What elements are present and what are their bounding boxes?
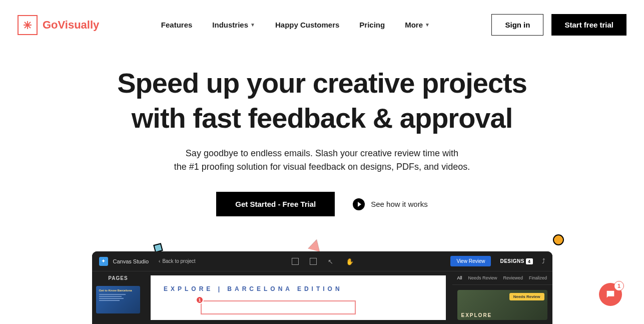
designs-panel: All Needs Review Reviewed Finalized Need… [452,271,552,324]
canvas-heading: EXPLORE | BARCELONA EDITION [164,285,433,292]
nav-industries[interactable]: Industries▼ [212,21,255,29]
app-topbar-left: ✦ Canvas Studio ‹Back to project [99,257,196,266]
canvas[interactable]: EXPLORE | BARCELONA EDITION 1 [151,275,446,320]
signin-button[interactable]: Sign in [491,14,543,36]
decor-triangle [308,238,323,251]
filter-needs-review[interactable]: Needs Review [468,275,497,280]
comment-tool-icon[interactable] [292,258,299,265]
chat-badge: 1 [614,281,624,291]
app-body: PAGES Get to Know Barcelona EXPLORE | BA… [92,271,552,324]
toolbar: ↖ ✋ [292,258,353,265]
hand-tool-icon[interactable]: ✋ [346,258,353,265]
chevron-down-icon: ▼ [250,22,255,28]
chat-icon [605,289,616,300]
app-topbar-right: View Review DESIGNS4 ⤴ [450,256,545,266]
canvas-area: EXPLORE | BARCELONA EDITION 1 [145,271,452,324]
app-title: Canvas Studio [113,258,149,264]
nav-customers[interactable]: Happy Customers [275,21,339,29]
filter-reviewed[interactable]: Reviewed [503,275,523,280]
app-topbar: ✦ Canvas Studio ‹Back to project ↖ ✋ Vie… [92,251,552,271]
status-badge: Needs Review [509,293,544,300]
crop-tool-icon[interactable] [310,258,317,265]
comment-region[interactable] [201,300,356,314]
design-card[interactable]: Needs Review EXPLORE [457,290,547,320]
nav-features[interactable]: Features [161,21,193,29]
filter-tabs: All Needs Review Reviewed Finalized [452,271,552,285]
app-logo-icon: ✦ [99,257,108,266]
app-preview: ✦ Canvas Studio ‹Back to project ↖ ✋ Vie… [92,251,552,324]
hero-section: Speed up your creative projects with fas… [0,66,644,216]
chevron-left-icon: ‹ [159,258,160,264]
see-how-link[interactable]: See how it works [353,198,427,210]
chevron-down-icon: ▼ [425,22,430,28]
nav-pricing[interactable]: Pricing [359,21,385,29]
hero-cta-row: Get Started - Free Trial See how it work… [0,192,644,216]
pages-sidebar: PAGES Get to Know Barcelona [92,271,145,324]
filter-all[interactable]: All [457,275,462,280]
play-icon [353,198,365,210]
comment-pin[interactable]: 1 [196,296,204,304]
logo[interactable]: GoVisually [18,15,99,35]
hero-title: Speed up your creative projects with fas… [0,66,644,136]
designs-label: DESIGNS4 [500,258,532,264]
svg-marker-0 [314,241,322,252]
header-actions: Sign in Start free trial [491,14,626,36]
back-to-project-link[interactable]: ‹Back to project [159,258,196,264]
share-icon[interactable]: ⤴ [542,257,545,265]
pointer-tool-icon[interactable]: ↖ [328,258,335,265]
nav-more[interactable]: More▼ [405,21,430,29]
start-trial-button[interactable]: Start free trial [551,14,626,36]
view-review-button[interactable]: View Review [450,256,491,266]
pages-label: PAGES [96,275,141,281]
site-header: GoVisually Features Industries▼ Happy Cu… [0,0,644,46]
decor-circle [553,234,564,245]
main-nav: Features Industries▼ Happy Customers Pri… [161,21,430,29]
logo-icon [18,15,38,35]
filter-finalized[interactable]: Finalized [529,275,547,280]
get-started-button[interactable]: Get Started - Free Trial [216,192,335,216]
hero-subtitle: Say goodbye to endless emails. Slash you… [0,147,644,174]
logo-text: GoVisually [43,19,99,32]
page-thumbnail[interactable]: Get to Know Barcelona [96,286,140,313]
